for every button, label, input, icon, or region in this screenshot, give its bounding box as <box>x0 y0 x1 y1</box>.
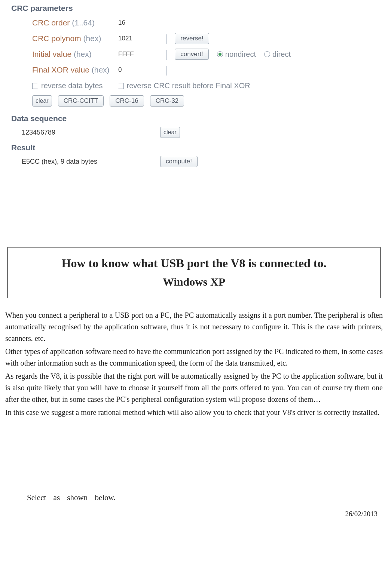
doc-title-line2: Windows XP <box>12 275 376 288</box>
separator-bar: | <box>165 64 168 76</box>
separator-bar: | <box>165 33 168 44</box>
paragraph-4: In this case we suggest a more rational … <box>5 407 383 418</box>
result-heading: Result <box>11 143 377 152</box>
result-value: E5CC (hex), 9 data bytes <box>22 158 160 166</box>
preset-row: clear CRC-CCITT CRC-16 CRC-32 <box>32 95 377 107</box>
title-box: How to know what USB port the V8 is conn… <box>7 247 381 298</box>
data-sequence-heading: Data sequence <box>11 114 377 123</box>
direct-label: direct <box>272 50 291 59</box>
preset-crc32-button[interactable]: CRC-32 <box>150 95 184 107</box>
crc-final-value[interactable]: 0 <box>118 66 163 74</box>
crc-polynom-hex-hint: (hex) <box>83 34 101 43</box>
reverse-data-label: reverse data bytes <box>41 81 103 90</box>
crc-final-row: Final XOR value (hex) 0 | <box>32 64 377 76</box>
clear-data-button[interactable]: clear <box>160 127 180 138</box>
crc-form: CRC parameters CRC order (1..64) 16 CRC … <box>0 0 388 176</box>
crc-final-label: Final XOR value (hex) <box>32 65 118 74</box>
crc-polynom-label-text: CRC polynom <box>32 34 81 43</box>
crc-initial-label-text: Initial value <box>32 50 71 58</box>
paragraph-1: When you connect a peripheral to a USB p… <box>5 310 383 344</box>
crc-parameters-heading: CRC parameters <box>11 4 377 13</box>
data-sequence-input[interactable]: 123456789 <box>22 129 160 136</box>
direct-radio[interactable]: direct <box>264 50 291 59</box>
crc-initial-value[interactable]: FFFF <box>118 50 163 58</box>
crc-order-hint: (1..64) <box>72 18 95 27</box>
document-section: How to know what USB port the V8 is conn… <box>0 247 388 529</box>
crc-order-row: CRC order (1..64) 16 <box>32 16 377 29</box>
checkbox-icon <box>118 83 124 89</box>
crc-initial-hex-hint: (hex) <box>74 50 92 58</box>
compute-button[interactable]: compute! <box>160 156 198 167</box>
result-row: E5CC (hex), 9 data bytes compute! <box>22 156 377 167</box>
nondirect-label: nondirect <box>225 50 256 59</box>
paragraph-2: Other types of application software need… <box>5 346 383 369</box>
crc-order-label-text: CRC order <box>32 18 70 27</box>
crc-initial-label: Initial value (hex) <box>32 50 118 59</box>
footer-date: 26/02/2013 <box>4 510 378 518</box>
crc-polynom-row: CRC polynom (hex) 1021 | reverse! <box>32 32 377 45</box>
crc-initial-row: Initial value (hex) FFFF | convert! nond… <box>32 48 377 61</box>
crc-polynom-value[interactable]: 1021 <box>118 35 163 42</box>
checkbox-icon <box>32 83 38 89</box>
select-instruction: Select as shown below. <box>27 493 384 502</box>
separator-bar: | <box>165 48 168 60</box>
paragraph-3: As regards the V8, it is possible that t… <box>5 370 383 405</box>
nondirect-radio[interactable]: nondirect <box>217 50 256 59</box>
crc-order-label: CRC order (1..64) <box>32 18 118 27</box>
crc-polynom-label: CRC polynom (hex) <box>32 34 118 43</box>
checkbox-row: reverse data bytes reverse CRC result be… <box>32 81 377 90</box>
convert-button[interactable]: convert! <box>175 49 208 60</box>
crc-final-label-text: Final XOR value <box>32 65 89 74</box>
crc-final-hex-hint: (hex) <box>92 65 110 74</box>
reverse-data-checkbox[interactable]: reverse data bytes <box>32 81 103 90</box>
reverse-result-label: reverse CRC result before Final XOR <box>127 81 250 90</box>
doc-title-line1: How to know what USB port the V8 is conn… <box>12 256 376 270</box>
preset-crc-ccitt-button[interactable]: CRC-CCITT <box>58 95 104 107</box>
preset-crc16-button[interactable]: CRC-16 <box>110 95 144 107</box>
reverse-result-checkbox[interactable]: reverse CRC result before Final XOR <box>118 81 250 90</box>
radio-unselected-icon <box>264 51 270 57</box>
radio-selected-icon <box>217 51 223 57</box>
reverse-button[interactable]: reverse! <box>175 33 209 44</box>
clear-params-button[interactable]: clear <box>32 95 52 107</box>
crc-order-value[interactable]: 16 <box>118 19 163 27</box>
data-sequence-row: 123456789 clear <box>22 127 377 138</box>
